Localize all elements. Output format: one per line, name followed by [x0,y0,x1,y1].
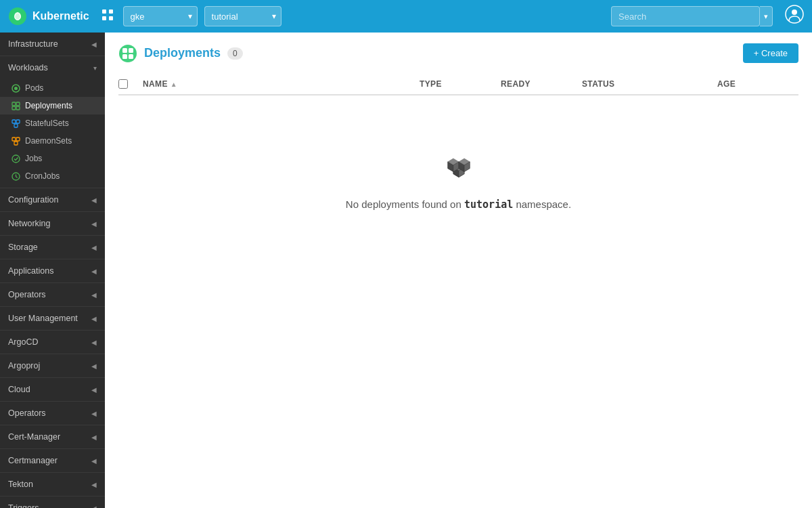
namespace-select-wrapper[interactable]: tutorial default kube-system production [204,6,281,26]
sidebar-section-tekton: Tekton ◀ [0,473,105,496]
sidebar-section-storage: Storage ◀ [0,236,105,259]
svg-rect-14 [16,120,20,123]
sidebar-header-user-management[interactable]: User Management ◀ [0,307,105,330]
cluster-select-wrapper[interactable]: gke minikube kind [123,6,198,26]
sidebar-item-jobs[interactable]: Jobs [0,150,105,167]
chevron-networking: ◀ [91,220,97,228]
svg-rect-23 [129,48,133,53]
page-title: Deployments [144,46,221,60]
table-header-status: STATUS [582,79,717,89]
topbar: Kubernetic gke minikube kind tutorial de… [0,0,812,33]
table-header-name[interactable]: NAME ▲ [143,79,420,89]
sidebar-header-certmanager[interactable]: Certmanager ◀ [0,449,105,472]
svg-rect-10 [16,102,20,106]
sidebar-header-cert-manager[interactable]: Cert-Manager ◀ [0,425,105,448]
svg-point-21 [119,45,137,62]
chevron-operators: ◀ [91,291,97,299]
sidebar-item-statefulsets[interactable]: StatefulSets [0,114,105,132]
sidebar-section-applications: Applications ◀ [0,259,105,283]
chevron-configuration: ◀ [91,196,97,204]
svg-rect-3 [102,16,106,20]
svg-rect-25 [129,54,133,59]
pods-icon [11,83,20,93]
chevron-user-management: ◀ [91,315,97,322]
workloads-items: Pods Deployments [0,79,105,188]
search-wrapper: ▾ [611,6,773,26]
sidebar-section-cloud: Cloud ◀ [0,378,105,402]
sidebar-header-operators[interactable]: Operators ◀ [0,283,105,306]
sidebar-header-workloads[interactable]: Workloads ▾ [0,56,105,79]
sidebar-section-networking: Networking ◀ [0,212,105,236]
svg-rect-11 [12,106,16,110]
svg-rect-2 [109,9,113,14]
jobs-icon [11,154,20,163]
svg-rect-24 [122,54,127,59]
sidebar-section-operators: Operators ◀ [0,283,105,307]
svg-point-19 [12,155,20,163]
sidebar-item-cronjobs[interactable]: CronJobs [0,167,105,185]
svg-point-6 [792,9,797,15]
sidebar-section-certmanager: Certmanager ◀ [0,449,105,473]
svg-rect-13 [12,120,16,123]
chevron-argocd: ◀ [91,339,97,346]
svg-rect-4 [109,16,113,20]
cluster-select[interactable]: gke minikube kind [123,6,198,26]
select-all-checkbox[interactable] [118,79,128,89]
deployments-page-icon [118,44,137,63]
logo-icon [8,7,27,26]
svg-rect-1 [102,9,106,14]
chevron-infrastructure: ◀ [91,41,97,48]
search-input[interactable] [611,6,760,26]
sidebar-header-infrastructure[interactable]: Infrastructure ◀ [0,33,105,56]
sidebar-header-networking[interactable]: Networking ◀ [0,212,105,235]
svg-rect-16 [12,137,16,141]
daemonsets-icon [11,136,20,146]
chevron-triggers: ◀ [91,505,97,509]
sidebar-section-configuration: Configuration ◀ [0,188,105,212]
chevron-certmanager: ◀ [91,457,97,465]
svg-rect-17 [16,137,20,141]
sidebar-item-deployments[interactable]: Deployments [0,97,105,114]
chevron-cloud: ◀ [91,386,97,394]
cronjobs-icon [11,171,20,181]
user-avatar[interactable] [785,5,804,28]
sidebar-section-argoproj: Argoproj ◀ [0,354,105,378]
empty-state-icon [441,150,476,188]
main-layout: Infrastructure ◀ Workloads ▾ Pods [0,33,812,508]
svg-rect-12 [16,106,20,110]
sidebar-header-storage[interactable]: Storage ◀ [0,236,105,259]
sidebar-section-operators2: Operators ◀ [0,402,105,425]
namespace-select[interactable]: tutorial default kube-system production [204,6,281,26]
table-header-ready: READY [501,79,582,89]
content-header: Deployments 0 + Create [118,43,798,63]
grid-icon[interactable] [102,9,114,24]
sidebar-item-pods[interactable]: Pods [0,79,105,97]
svg-point-8 [14,87,18,90]
sidebar-header-triggers[interactable]: Triggers ◀ [0,496,105,508]
chevron-applications: ◀ [91,268,97,275]
count-badge: 0 [227,47,243,60]
sidebar-item-daemonsets[interactable]: DaemonSets [0,132,105,150]
sidebar: Infrastructure ◀ Workloads ▾ Pods [0,33,105,508]
create-button[interactable]: + Create [743,43,798,63]
sidebar-header-argoproj[interactable]: Argoproj ◀ [0,354,105,377]
table-header-type: TYPE [420,79,501,89]
main-content: Deployments 0 + Create NAME ▲ TYPE READY… [105,33,812,508]
sidebar-header-applications[interactable]: Applications ◀ [0,259,105,282]
sidebar-header-tekton[interactable]: Tekton ◀ [0,473,105,496]
search-dropdown-button[interactable]: ▾ [760,6,773,26]
chevron-storage: ◀ [91,244,97,251]
empty-state: No deployments found on tutorial namespa… [118,96,798,265]
svg-rect-18 [14,142,18,145]
table-header-checkbox[interactable] [118,79,143,89]
empty-state-text: No deployments found on tutorial namespa… [346,198,571,211]
sidebar-section-workloads: Workloads ▾ Pods [0,56,105,188]
svg-rect-9 [12,102,16,106]
sidebar-header-configuration[interactable]: Configuration ◀ [0,188,105,211]
sidebar-header-cloud[interactable]: Cloud ◀ [0,378,105,401]
sidebar-section-cert-manager: Cert-Manager ◀ [0,425,105,449]
sort-name-icon: ▲ [171,81,177,88]
chevron-cert-manager: ◀ [91,433,97,441]
sidebar-header-operators2[interactable]: Operators ◀ [0,402,105,425]
sidebar-header-argocd[interactable]: ArgoCD ◀ [0,331,105,354]
